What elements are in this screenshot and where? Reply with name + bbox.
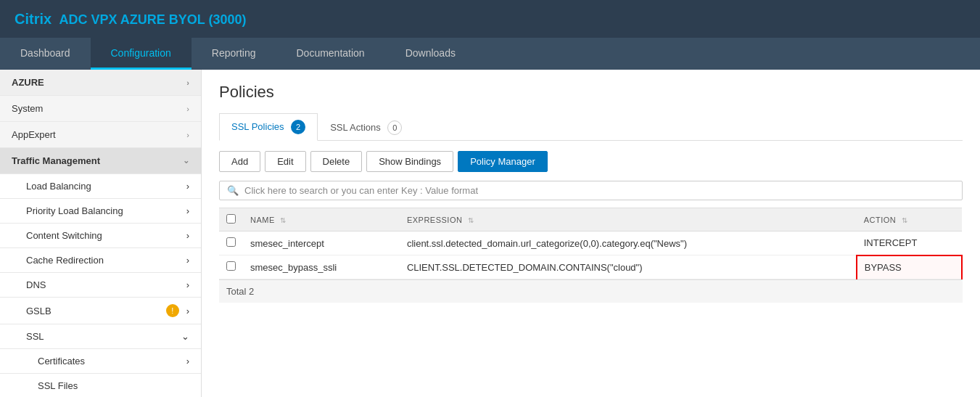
tab-ssl-actions[interactable]: SSL Actions 0 <box>318 114 414 141</box>
tab-configuration[interactable]: Configuration <box>91 38 192 70</box>
row-expression: client.ssl.detected_domain.url_categoriz… <box>400 232 857 255</box>
content-area: AZURE › System › AppExpert › Traffic Man… <box>0 70 980 397</box>
app-header: Citrix ADC VPX AZURE BYOL (3000) <box>0 0 980 38</box>
gslb-warning-badge: ! <box>166 304 179 317</box>
sidebar-item-azure[interactable]: AZURE › <box>0 70 201 96</box>
tab-ssl-policies[interactable]: SSL Policies 2 <box>219 113 318 141</box>
chevron-icon: › <box>186 205 189 216</box>
table-row: smesec_intercept client.ssl.detected_dom… <box>219 232 962 255</box>
edit-button[interactable]: Edit <box>265 151 305 172</box>
action-bar: Add Edit Delete Show Bindings Policy Man… <box>219 151 963 172</box>
sidebar-item-gslb[interactable]: GSLB ! › <box>0 298 201 324</box>
row-checkbox[interactable] <box>226 237 236 247</box>
add-button[interactable]: Add <box>219 151 260 172</box>
chevron-icon: › <box>186 306 189 316</box>
table-row: smesec_bypass_ssli CLIENT.SSL.DETECTED_D… <box>219 255 962 279</box>
chevron-icon: › <box>186 279 189 290</box>
chevron-icon: ⌄ <box>181 331 189 342</box>
col-action: ACTION ⇅ <box>857 208 962 232</box>
chevron-icon: › <box>186 105 189 113</box>
sidebar-item-dns[interactable]: DNS › <box>0 273 201 298</box>
sidebar: AZURE › System › AppExpert › Traffic Man… <box>0 70 202 397</box>
row-checkbox-cell <box>219 255 243 279</box>
table-footer: Total 2 <box>219 279 963 303</box>
sort-icon: ⇅ <box>468 216 474 224</box>
row-checkbox[interactable] <box>226 261 236 271</box>
sidebar-item-appexpert[interactable]: AppExpert › <box>0 122 201 148</box>
main-content: Policies SSL Policies 2 SSL Actions 0 Ad… <box>202 70 980 397</box>
policy-tabs: SSL Policies 2 SSL Actions 0 <box>219 113 963 141</box>
search-bar[interactable]: 🔍 Click here to search or you can enter … <box>219 181 963 200</box>
sidebar-item-ssl[interactable]: SSL ⌄ <box>0 324 201 349</box>
sort-icon: ⇅ <box>902 216 908 224</box>
row-checkbox-cell <box>219 232 243 255</box>
chevron-icon: › <box>186 356 189 367</box>
sidebar-item-priority-load-balancing[interactable]: Priority Load Balancing › <box>0 199 201 224</box>
sidebar-item-cache-redirection[interactable]: Cache Redirection › <box>0 248 201 273</box>
show-bindings-button[interactable]: Show Bindings <box>366 151 453 172</box>
main-nav: Dashboard Configuration Reporting Docume… <box>0 38 980 70</box>
tab-dashboard[interactable]: Dashboard <box>0 38 91 70</box>
search-icon: 🔍 <box>227 185 239 196</box>
row-name: smesec_bypass_ssli <box>243 255 400 279</box>
sidebar-item-certificates[interactable]: Certificates › <box>0 349 201 374</box>
page-title: Policies <box>219 83 963 102</box>
tab-documentation[interactable]: Documentation <box>276 38 384 70</box>
col-name: NAME ⇅ <box>243 208 400 232</box>
select-all-checkbox[interactable] <box>226 214 236 224</box>
sidebar-item-system[interactable]: System › <box>0 96 201 122</box>
sidebar-item-traffic-management[interactable]: Traffic Management ⌄ <box>0 148 201 174</box>
row-action-highlighted: BYPASS <box>857 255 962 279</box>
tab-downloads[interactable]: Downloads <box>385 38 476 70</box>
chevron-icon: › <box>186 78 189 87</box>
col-checkbox <box>219 208 243 232</box>
ssl-actions-badge: 0 <box>387 120 402 135</box>
chevron-icon: › <box>186 230 189 241</box>
row-expression: CLIENT.SSL.DETECTED_DOMAIN.CONTAINS("clo… <box>400 255 857 279</box>
brand-logo: Citrix ADC VPX AZURE BYOL (3000) <box>15 11 247 28</box>
search-placeholder: Click here to search or you can enter Ke… <box>244 185 478 196</box>
policies-table: NAME ⇅ EXPRESSION ⇅ ACTION ⇅ <box>219 208 963 279</box>
sidebar-item-load-balancing[interactable]: Load Balancing › <box>0 174 201 199</box>
delete-button[interactable]: Delete <box>310 151 363 172</box>
chevron-icon: › <box>186 131 189 139</box>
col-expression: EXPRESSION ⇅ <box>400 208 857 232</box>
sidebar-item-ssl-files[interactable]: SSL Files <box>0 374 201 397</box>
policy-manager-button[interactable]: Policy Manager <box>458 151 548 172</box>
row-name: smesec_intercept <box>243 232 400 255</box>
sort-icon: ⇅ <box>280 216 287 224</box>
chevron-icon: ⌄ <box>183 156 189 165</box>
sidebar-item-content-switching[interactable]: Content Switching › <box>0 224 201 248</box>
ssl-policies-badge: 2 <box>291 120 305 134</box>
tab-reporting[interactable]: Reporting <box>192 38 276 70</box>
row-action: INTERCEPT <box>857 232 962 255</box>
chevron-icon: › <box>186 181 189 192</box>
chevron-icon: › <box>186 255 189 266</box>
